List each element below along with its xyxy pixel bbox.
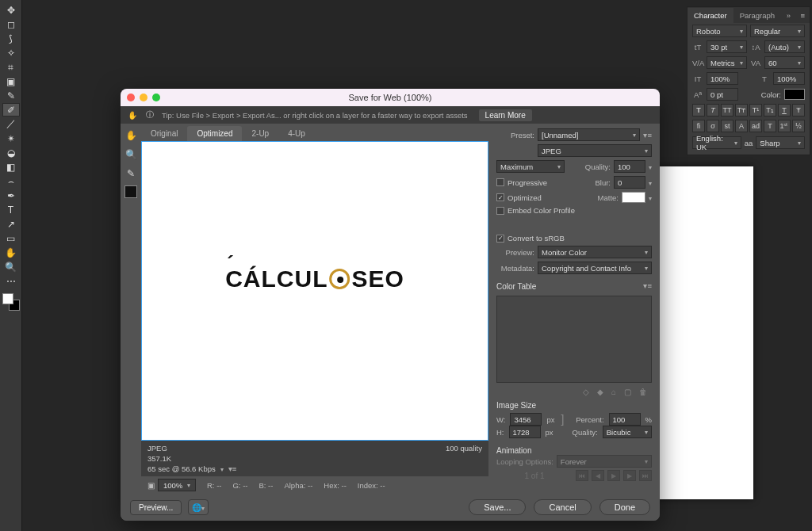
panel-collapse-icon[interactable]: »	[782, 11, 795, 20]
gradient-tool-icon[interactable]: ◧	[2, 160, 20, 174]
smallcaps-button[interactable]: Tᴛ	[735, 104, 748, 117]
width-field[interactable]: 3456	[510, 413, 542, 426]
pen-tool-icon[interactable]: ✒	[2, 189, 20, 202]
hscale-field[interactable]: 100%	[773, 72, 805, 85]
transfer-menu-icon[interactable]	[220, 464, 224, 473]
metadata-select[interactable]: Copyright and Contact Info	[538, 262, 652, 274]
tab-optimized[interactable]: Optimized	[187, 126, 242, 141]
dialog-hand-tool-icon[interactable]: ✋	[124, 128, 138, 143]
leading-field[interactable]: (Auto)	[764, 40, 805, 53]
fractions-button[interactable]: ½	[792, 120, 805, 132]
zoom-tool-icon[interactable]: 🔍	[2, 260, 20, 273]
ct-add-icon[interactable]: ⌂	[611, 388, 616, 396]
eyedropper-tool-icon[interactable]: ✎	[2, 89, 20, 102]
edit-toolbar-icon[interactable]: ⋯	[2, 274, 20, 288]
resample-select[interactable]: Bicubic	[603, 426, 652, 438]
hand-tool-icon[interactable]: ✋	[2, 246, 20, 259]
ligatures-button[interactable]: fi	[692, 120, 705, 132]
zoom-select[interactable]: 100%	[158, 479, 196, 491]
matte-swatch[interactable]	[622, 192, 645, 203]
browser-preview-icon[interactable]: 🌐	[188, 499, 209, 515]
tracking-field[interactable]: 60	[764, 56, 805, 69]
preset-select[interactable]: [Unnamed]	[538, 128, 640, 141]
height-field[interactable]: 1728	[509, 426, 541, 438]
titling-button[interactable]: T	[764, 120, 776, 132]
brush-tool-icon[interactable]: ✐	[2, 103, 20, 117]
move-tool-icon[interactable]: ✥	[2, 3, 20, 17]
quality-field[interactable]: 100	[614, 160, 645, 173]
shape-tool-icon[interactable]: ▭	[2, 231, 20, 245]
optimized-checkbox[interactable]	[496, 193, 504, 201]
dialog-zoom-tool-icon[interactable]: 🔍	[124, 147, 138, 162]
wand-tool-icon[interactable]: ✧	[2, 46, 20, 59]
ct-new-icon[interactable]: ▢	[624, 388, 631, 396]
preview-button[interactable]: Preview...	[130, 500, 182, 515]
kerning-select[interactable]: Metrics	[707, 56, 747, 69]
quality-preset-select[interactable]: Maximum	[496, 160, 565, 173]
path-tool-icon[interactable]: ↗	[2, 217, 20, 231]
format-select[interactable]: JPEG	[538, 144, 652, 157]
quality-slider-icon[interactable]	[649, 162, 652, 171]
blur-tool-icon[interactable]: ⌢	[2, 174, 20, 188]
antialias-select[interactable]: Sharp	[756, 136, 805, 149]
thumbnail-icon[interactable]: ▣	[147, 481, 155, 490]
tab-4up[interactable]: 4-Up	[278, 126, 315, 141]
tab-character[interactable]: Character	[688, 8, 733, 23]
learn-more-button[interactable]: Learn More	[479, 109, 532, 121]
baseline-field[interactable]: 0 pt	[707, 88, 738, 101]
preview-profile-select[interactable]: Monitor Color	[538, 246, 652, 258]
color-table[interactable]	[496, 296, 652, 383]
font-size-field[interactable]: 30 pt	[707, 40, 747, 53]
tab-original[interactable]: Original	[141, 126, 187, 141]
superscript-button[interactable]: T¹	[749, 104, 762, 117]
text-color-swatch[interactable]	[784, 89, 805, 100]
discretionary-button[interactable]: st	[721, 120, 733, 132]
marquee-tool-icon[interactable]: ◻	[2, 17, 20, 31]
done-button[interactable]: Done	[599, 499, 650, 515]
tab-paragraph[interactable]: Paragraph	[733, 8, 781, 23]
link-icon[interactable]: ]	[561, 413, 564, 426]
stylistic-button[interactable]: ad	[749, 120, 762, 132]
font-family-select[interactable]: Roboto	[692, 25, 747, 37]
underline-button[interactable]: T	[778, 104, 791, 117]
italic-button[interactable]: T	[707, 104, 719, 117]
allcaps-button[interactable]: TT	[721, 104, 733, 117]
subscript-button[interactable]: T₁	[764, 104, 776, 117]
language-select[interactable]: English: UK	[692, 136, 741, 149]
matte-menu-icon[interactable]	[649, 193, 652, 202]
preview-canvas[interactable]: CÁLCUL SEO	[141, 141, 488, 441]
ct-shift-icon[interactable]: ◆	[597, 388, 603, 396]
lasso-tool-icon[interactable]: ⟆	[2, 32, 20, 45]
stamp-tool-icon[interactable]: ✴	[2, 132, 20, 145]
color-swatches[interactable]	[2, 293, 20, 311]
ordinals-button[interactable]: 1ˢᵗ	[778, 120, 791, 132]
color-table-menu-icon[interactable]: ▾≡	[643, 281, 652, 290]
preset-menu-icon[interactable]: ▾≡	[643, 131, 652, 139]
frame-tool-icon[interactable]: ▣	[2, 74, 20, 88]
hand-icon[interactable]: ✋	[127, 109, 138, 120]
vscale-field[interactable]: 100%	[707, 72, 738, 85]
progressive-checkbox[interactable]	[496, 178, 504, 186]
type-tool-icon[interactable]: T	[2, 203, 20, 216]
swash-button[interactable]: A	[735, 120, 748, 132]
convert-srgb-checkbox[interactable]	[496, 235, 504, 243]
bold-button[interactable]: T	[692, 104, 705, 117]
ct-lock-icon[interactable]: ◇	[583, 388, 589, 396]
strikethrough-button[interactable]: Ŧ	[792, 104, 805, 117]
dialog-eyedropper-icon[interactable]: ✎	[124, 166, 138, 181]
save-button[interactable]: Save...	[469, 499, 526, 515]
ct-trash-icon[interactable]: 🗑	[639, 388, 647, 396]
percent-field[interactable]: 100	[609, 413, 641, 426]
panel-menu-icon[interactable]: ≡	[795, 11, 810, 20]
blur-field[interactable]: 0	[614, 176, 645, 189]
dialog-color-swatch[interactable]	[124, 185, 137, 198]
cancel-button[interactable]: Cancel	[534, 499, 591, 515]
contextual-button[interactable]: σ	[707, 120, 719, 132]
panel-menu-icon[interactable]: ▾≡	[228, 464, 237, 473]
pencil-tool-icon[interactable]: ／	[2, 117, 20, 131]
crop-tool-icon[interactable]: ⌗	[2, 60, 20, 74]
blur-slider-icon[interactable]	[649, 178, 652, 187]
tab-2up[interactable]: 2-Up	[242, 126, 278, 141]
eraser-tool-icon[interactable]: ◒	[2, 146, 20, 159]
embed-profile-checkbox[interactable]	[496, 207, 504, 215]
